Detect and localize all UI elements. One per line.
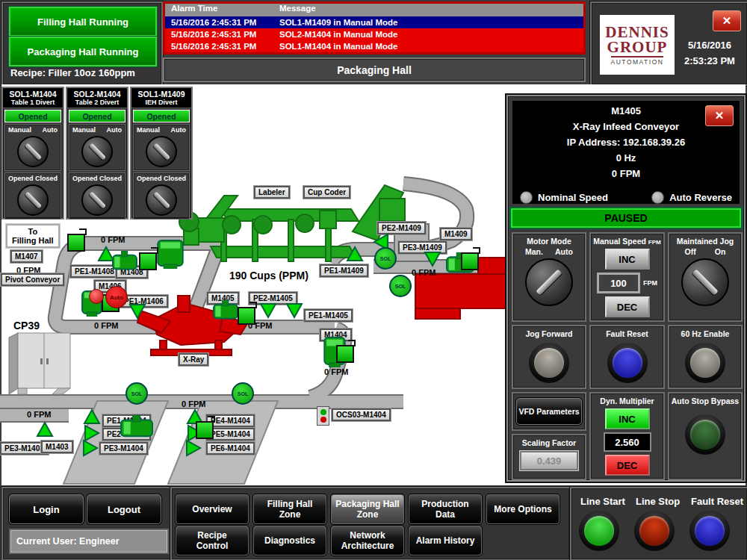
knob-labels: OpenedClosed xyxy=(5,175,61,182)
knob-labels: OpenedClosed xyxy=(69,175,125,182)
fault-reset-cell: Fault Reset xyxy=(589,325,665,389)
solenoid-mode-knob[interactable] xyxy=(81,136,113,167)
jog-forward-button[interactable] xyxy=(529,343,569,383)
diagram-label: 0 FPM xyxy=(412,268,436,277)
scaling-factor-display: 0.439 xyxy=(520,451,578,470)
solenoid-mode-section: ManualAuto xyxy=(4,124,61,171)
diagram-label[interactable]: PE6-M1404 xyxy=(206,442,255,455)
sol-valve-icon[interactable]: SOL xyxy=(125,382,148,405)
auto-stop-bypass-cell: Auto Stop Bypass xyxy=(668,392,743,480)
diagram-label: 190 Cups (PPM) xyxy=(229,270,309,281)
diagram-label[interactable]: M1409 xyxy=(440,228,472,240)
hmi-screen: Filling Hall Running Packaging Hall Runn… xyxy=(0,0,747,560)
diagram-label[interactable]: PE1-M1409 xyxy=(320,264,368,277)
diagram-label[interactable]: PE1-M1405 xyxy=(304,309,353,322)
vfd-parameters-button[interactable]: VFD Parameters xyxy=(516,398,582,425)
motor-icon xyxy=(212,300,239,323)
scaling-factor-cell: Scaling Factor 0.439 xyxy=(512,434,586,480)
motor-icon xyxy=(154,237,187,272)
diagram-label: To Filling Hall xyxy=(6,224,60,248)
radio-icon xyxy=(651,191,664,204)
pe-sensor-icon xyxy=(185,439,202,457)
jog-forward-cell: Jog Forward xyxy=(512,325,586,389)
knob-labels: ManualAuto xyxy=(134,126,189,134)
knob-labels: ManualAuto xyxy=(69,126,125,134)
pe-sensor-icon xyxy=(128,302,146,320)
solenoid-valve-knob[interactable] xyxy=(81,184,113,216)
motor-hz: 0 Hz xyxy=(512,152,740,164)
solenoid-mode-section: ManualAuto xyxy=(69,124,125,171)
diagram-label: 0 FPM xyxy=(94,321,118,330)
sol-valve-icon[interactable]: SOL xyxy=(374,247,397,270)
hz-enable-button[interactable] xyxy=(685,343,725,383)
auto-reverse-radio[interactable]: Auto Reverse xyxy=(651,191,732,204)
motor-fpm: 0 FPM xyxy=(512,168,740,179)
solenoid-valve-knob[interactable] xyxy=(146,184,177,216)
solenoid-mode-knob[interactable] xyxy=(17,136,49,167)
vfd-cell: VFD Parameters xyxy=(512,392,586,431)
pe-sensor-icon xyxy=(36,420,54,438)
solenoid-panel-sol1-m1409: SOL1-M1409IEH DivertOpenedManualAutoOpen… xyxy=(130,87,193,220)
diagram-label[interactable]: PE3-M1404 xyxy=(99,442,148,455)
popup-close-icon[interactable]: ✕ xyxy=(705,105,734,126)
solenoid-name: IEH Divert xyxy=(131,99,191,106)
solenoid-valve-knob[interactable] xyxy=(17,184,49,216)
sol-valve-icon[interactable]: SOL xyxy=(389,275,412,297)
pe-sensor-icon xyxy=(83,408,101,426)
diagram-label[interactable]: Labeler xyxy=(254,186,290,199)
status-square-icon xyxy=(336,345,354,363)
maintained-jog-title: Maintained Jog xyxy=(669,237,741,246)
motor-popup: M1405 X-Ray Infeed Conveyor IP Address: … xyxy=(506,95,746,482)
maintained-jog-cell: Maintained Jog OffOn xyxy=(668,232,743,322)
solenoid-header: SOL1-M1404Table 1 Divert xyxy=(3,88,63,108)
solenoid-mode-knob[interactable] xyxy=(146,136,177,167)
hz-enable-cell: 60 Hz Enable xyxy=(668,325,743,389)
solenoid-status-badge: Opened xyxy=(4,110,61,122)
speed-dec-button[interactable]: DEC xyxy=(605,296,650,317)
solenoid-status-badge: Opened xyxy=(133,110,190,122)
status-square-icon xyxy=(238,307,255,325)
solenoid-status-badge: Opened xyxy=(69,110,125,122)
motor-status-badge: PAUSED xyxy=(511,208,741,228)
diagram-label[interactable]: X-Ray xyxy=(179,353,208,366)
solenoid-header: SOL2-M1404Table 2 Divert xyxy=(67,88,127,108)
knob-labels: ManualAuto xyxy=(5,126,61,134)
diagram-label: 0 FPM xyxy=(27,410,51,419)
dyn-dec-button[interactable]: DEC xyxy=(605,455,650,476)
speed-inc-button[interactable]: INC xyxy=(605,249,650,270)
diagram-label[interactable]: Pivot Conveyor xyxy=(1,273,64,286)
ocs-station-icon xyxy=(317,406,329,426)
knob-labels: OpenedClosed xyxy=(134,175,189,182)
pe-sensor-icon xyxy=(285,302,303,320)
solenoid-name: Table 2 Divert xyxy=(67,99,127,106)
sol-valve-icon[interactable]: SOL xyxy=(232,382,254,405)
motor-icon xyxy=(111,251,138,273)
solenoid-panel-sol1-m1404: SOL1-M1404Table 1 DivertOpenedManualAuto… xyxy=(1,87,64,220)
solenoid-mode-section: ManualAuto xyxy=(133,124,190,171)
status-square-icon xyxy=(139,252,157,270)
solenoid-valve-section: OpenedClosed xyxy=(133,172,190,220)
status-square-icon xyxy=(461,252,479,270)
diagram-label[interactable]: OCS03-M1404 xyxy=(332,408,391,421)
status-square-icon xyxy=(196,421,214,439)
fault-reset-button[interactable] xyxy=(607,343,648,383)
diagram-label[interactable]: M1403 xyxy=(41,441,73,453)
motor-icon xyxy=(120,415,154,441)
motor-mode-title: Motor Mode xyxy=(513,237,585,246)
dyn-multiplier-cell: Dyn. Multiplier INC 2.560 DEC xyxy=(589,392,665,480)
solenoid-valve-section: OpenedClosed xyxy=(69,172,125,220)
diagram-label[interactable]: Cup Coder xyxy=(303,186,350,199)
auto-stop-bypass-button[interactable] xyxy=(685,414,725,455)
solenoid-panel-sol2-m1404: SOL2-M1404Table 2 DivertOpenedManualAuto… xyxy=(66,87,128,220)
dyn-inc-button[interactable]: INC xyxy=(605,408,650,429)
motor-ip: IP Address: 192.168.39.26 xyxy=(512,137,740,148)
diagram-label[interactable]: M1407 xyxy=(10,250,43,263)
motor-mode-knob[interactable] xyxy=(525,258,573,306)
solenoid-id: SOL1-M1404 xyxy=(3,90,63,99)
pe-sensor-icon xyxy=(346,245,364,263)
nominal-speed-radio[interactable]: Nominal Speed xyxy=(520,191,608,204)
maintained-jog-knob[interactable] xyxy=(681,258,729,306)
dyn-value-display: 2.560 xyxy=(604,432,651,452)
solenoid-valve-section: OpenedClosed xyxy=(4,172,61,220)
solenoid-header: SOL1-M1409IEH Divert xyxy=(131,88,191,108)
